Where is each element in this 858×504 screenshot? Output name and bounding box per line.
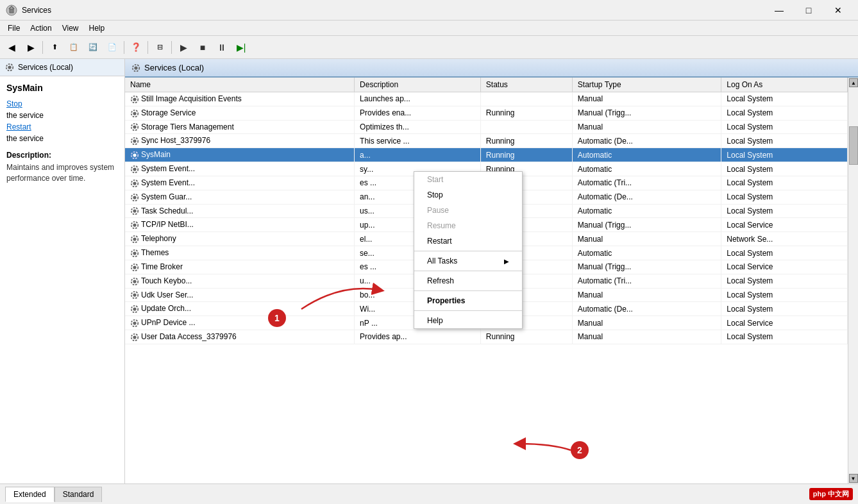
cell-desc: Provides ena... xyxy=(355,106,481,120)
tab-extended[interactable]: Extended xyxy=(5,487,55,502)
table-row[interactable]: Storage Tiers Management Optimizes th...… xyxy=(125,120,848,134)
cell-logon: Local System xyxy=(721,274,848,288)
cell-desc: This service ... xyxy=(355,134,481,148)
svg-point-2 xyxy=(8,65,11,69)
ctx-item-help[interactable]: Help xyxy=(414,313,522,328)
col-name[interactable]: Name xyxy=(125,78,355,92)
cell-logon: Local System xyxy=(721,246,848,260)
table-row[interactable]: Sync Host_3379976 This service ... Runni… xyxy=(125,134,848,148)
cell-logon: Local System xyxy=(721,92,848,106)
cell-startup: Manual xyxy=(572,232,721,246)
col-logon[interactable]: Log On As xyxy=(721,78,848,92)
annotation-2: 2 xyxy=(571,441,589,459)
restart-action: Restart the service xyxy=(6,122,118,143)
right-panel-icon xyxy=(131,63,140,72)
cell-startup: Automatic xyxy=(572,162,721,176)
toolbar-separator-4 xyxy=(171,41,172,54)
toolbar-play[interactable]: ▶ xyxy=(174,38,192,56)
col-desc[interactable]: Description xyxy=(355,78,481,92)
cell-name: SysMain xyxy=(125,148,355,162)
cell-startup: Automatic (De... xyxy=(572,134,721,148)
ctx-item-pause[interactable]: Pause xyxy=(414,203,522,218)
ctx-item-resume[interactable]: Resume xyxy=(414,218,522,233)
cell-name: UPnP Device ... xyxy=(125,316,355,330)
table-row[interactable]: User Data Access_3379976 Provides ap... … xyxy=(125,330,848,344)
ctx-item-start[interactable]: Start xyxy=(414,172,522,187)
cell-startup: Automatic xyxy=(572,204,721,218)
cell-name: System Guar... xyxy=(125,190,355,204)
toolbar-stop[interactable]: ■ xyxy=(194,38,212,56)
menu-view[interactable]: View xyxy=(57,22,84,34)
cell-status: Running xyxy=(480,330,572,344)
menu-action[interactable]: Action xyxy=(25,22,56,34)
toolbar-resume[interactable]: ▶| xyxy=(232,38,250,56)
cell-logon: Local Service xyxy=(721,260,848,274)
cell-logon: Local System xyxy=(721,302,848,316)
ctx-separator xyxy=(414,251,522,251)
svg-point-24 xyxy=(133,224,136,227)
toolbar-console[interactable]: ⊟ xyxy=(151,38,169,56)
ctx-item-refresh[interactable]: Refresh xyxy=(414,273,522,289)
app-icon xyxy=(5,4,18,17)
cell-startup: Automatic xyxy=(572,246,721,260)
cell-startup: Automatic (Tri... xyxy=(572,176,721,190)
toolbar-separator-2 xyxy=(124,41,124,54)
col-status[interactable]: Status xyxy=(480,78,572,92)
svg-point-10 xyxy=(133,126,136,129)
scrollbar-thumb[interactable] xyxy=(849,126,858,165)
annotation-1: 1 xyxy=(268,309,286,327)
cell-name: Themes xyxy=(125,246,355,260)
toolbar-back[interactable]: ◀ xyxy=(3,38,21,56)
svg-point-18 xyxy=(133,181,136,185)
stop-link[interactable]: Stop xyxy=(6,99,118,108)
cell-status: Running xyxy=(480,106,572,120)
cell-startup: Automatic (De... xyxy=(572,302,721,316)
svg-point-12 xyxy=(133,140,136,143)
toolbar-help[interactable]: ❓ xyxy=(127,38,145,56)
toolbar-export[interactable]: 📄 xyxy=(103,38,121,56)
scrollbar[interactable]: ▲ ▼ xyxy=(848,78,858,483)
svg-point-40 xyxy=(133,335,136,339)
svg-point-34 xyxy=(133,294,136,297)
maximize-button[interactable]: □ xyxy=(794,0,823,21)
cell-logon: Local System xyxy=(721,148,848,162)
cell-name: Still Image Acquisition Events xyxy=(125,92,355,106)
cell-startup: Manual (Trigg... xyxy=(572,218,721,232)
service-name: SysMain xyxy=(6,83,118,93)
table-row[interactable]: SysMain a... Running Automatic Local Sys… xyxy=(125,148,848,162)
cell-startup: Manual xyxy=(572,316,721,330)
cell-name: Update Orch... xyxy=(125,302,355,316)
toolbar-up[interactable]: ⬆ xyxy=(46,38,63,56)
minimize-button[interactable]: — xyxy=(764,0,794,21)
restart-link[interactable]: Restart xyxy=(6,122,118,131)
cell-name: Udk User Ser... xyxy=(125,288,355,302)
cell-logon: Local System xyxy=(721,330,848,344)
svg-point-6 xyxy=(133,97,136,101)
toolbar-pause[interactable]: ⏸ xyxy=(213,38,231,56)
toolbar-refresh[interactable]: 🔄 xyxy=(84,38,102,56)
cell-startup: Automatic xyxy=(572,148,721,162)
table-row[interactable]: Storage Service Provides ena... Running … xyxy=(125,106,848,120)
table-row[interactable]: Still Image Acquisition Events Launches … xyxy=(125,92,848,106)
cell-name: Sync Host_3379976 xyxy=(125,134,355,148)
left-panel-header: Services (Local) xyxy=(0,59,124,76)
cell-status xyxy=(480,92,572,106)
ctx-item-restart[interactable]: Restart xyxy=(414,233,522,249)
ctx-item-all-tasks[interactable]: All Tasks▶ xyxy=(414,253,522,269)
col-startup[interactable]: Startup Type xyxy=(572,78,721,92)
svg-point-26 xyxy=(133,237,136,240)
tab-standard[interactable]: Standard xyxy=(55,487,103,502)
ctx-item-properties[interactable]: Properties xyxy=(414,293,522,308)
toolbar-forward[interactable]: ▶ xyxy=(22,38,40,56)
cell-status: Running xyxy=(480,134,572,148)
toolbar-copy[interactable]: 📋 xyxy=(65,38,83,56)
ctx-separator xyxy=(414,310,522,311)
close-button[interactable]: ✕ xyxy=(823,0,853,21)
menu-file[interactable]: File xyxy=(3,22,25,34)
restart-text: the service xyxy=(6,134,44,143)
menu-help[interactable]: Help xyxy=(84,22,110,34)
ctx-separator xyxy=(414,271,522,271)
cell-name: Time Broker xyxy=(125,260,355,274)
ctx-item-stop[interactable]: Stop xyxy=(414,187,522,203)
cell-startup: Manual xyxy=(572,92,721,106)
